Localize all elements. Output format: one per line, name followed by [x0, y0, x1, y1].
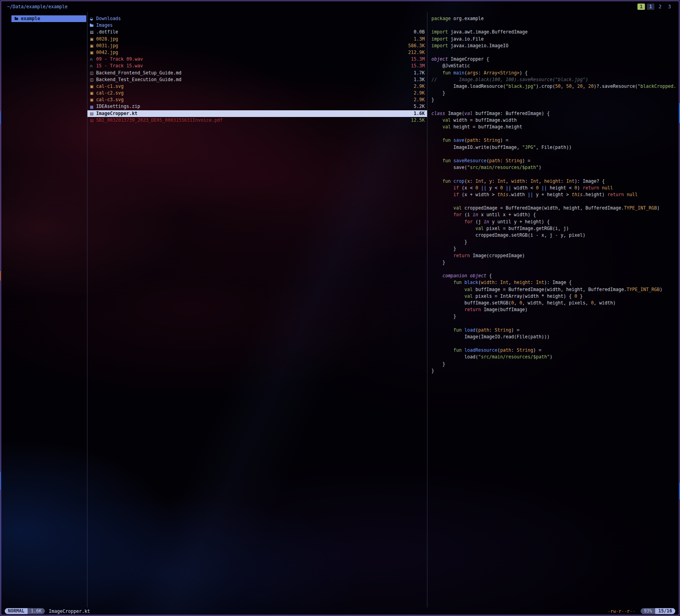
folder-icon — [90, 23, 95, 28]
terminal-window: ~/Data/example/example 1123 example ◒Dow… — [0, 0, 680, 616]
code-line: if (x < 0 || y < 0 || width < 0 || heigh… — [431, 185, 676, 191]
pdf-icon: ▤ — [90, 118, 95, 123]
file-row[interactable]: ▣0028.jpg1.3M — [87, 36, 427, 43]
file-row[interactable]: ▣0031.jpg586.3K — [87, 43, 427, 49]
code-line: load("src/main/resources/$path") — [431, 354, 676, 360]
status-bar: NORMAL 1.6K ImageCropper.kt -rw-r--r-- 9… — [1, 607, 679, 615]
file-name: 09 - Track 09.wav — [96, 56, 143, 63]
code-line: fun loadResource(path: String) = — [431, 347, 676, 354]
code-line: buffImage.setRGB(0, 0, width, height, pi… — [431, 300, 676, 306]
code-line — [431, 266, 676, 273]
file-name: Images — [96, 22, 113, 29]
current-file-name: ImageCropper.kt — [49, 609, 90, 614]
file-name: 0031.jpg — [96, 43, 118, 49]
markdown-icon: ◫ — [90, 77, 95, 82]
file-name: 0028.jpg — [96, 36, 118, 43]
code-line: val width = buffImage.width — [431, 117, 676, 124]
file-name: ImageCropper.kt — [96, 110, 137, 117]
file-row[interactable]: ▣0042.jpg212.9K — [87, 49, 427, 56]
code-line: val pixels = IntArray(width * height) { … — [431, 293, 676, 300]
code-line: fun load(path: String) = — [431, 327, 676, 334]
code-line — [431, 320, 676, 327]
audio-icon: ∩ — [90, 57, 95, 62]
code-line: class Image(val buffImage: BufferedImage… — [431, 110, 676, 117]
code-line: } — [431, 313, 676, 320]
code-line: package org.example — [431, 15, 676, 22]
code-line: fun saveResource(path: String) = — [431, 158, 676, 164]
file-icon: ▤ — [90, 30, 95, 35]
file-row[interactable]: ◒Downloads — [87, 15, 427, 22]
file-size: 1.6K — [414, 110, 425, 117]
code-line: return Image(croppedImage) — [431, 252, 676, 259]
file-row[interactable]: Images — [87, 22, 427, 29]
parent-dir-item[interactable]: example — [11, 15, 86, 22]
code-line: Image.loadResource("black.jpg").crop(50,… — [431, 83, 676, 90]
cursor-position-badge: 15/16 — [655, 608, 675, 614]
file-name: .dotfile — [96, 29, 118, 35]
file-name: Backend_Frontend_Setup_Guide.md — [96, 70, 181, 76]
image-icon: ▣ — [90, 37, 95, 42]
code-line: val height = buffImage.height — [431, 124, 676, 130]
code-line: companion object { — [431, 273, 676, 279]
code-line: fun main(args: Array<String>) { — [431, 70, 676, 76]
file-size: 0.0B — [414, 29, 425, 35]
code-line: } — [431, 96, 676, 103]
file-row[interactable]: ▣cal-c3.svg2.9K — [87, 96, 427, 103]
image-icon: ▣ — [90, 84, 95, 89]
download-icon: ◒ — [90, 16, 95, 21]
mode-pill: NORMAL 1.6K — [5, 608, 45, 614]
code-line: for (j in y until y + height) { — [431, 219, 676, 225]
preview-pane[interactable]: package org.example import java.awt.imag… — [427, 12, 679, 607]
code-line: ImageIO.write(buffImage, "JPG", File(pat… — [431, 144, 676, 151]
tab-1[interactable]: 1 — [647, 4, 654, 10]
file-row[interactable]: ▣cal-c2.svg2.9K — [87, 90, 427, 96]
file-row[interactable]: ▤SBI_0032013739_2023_DE05_0003155631Invo… — [87, 117, 427, 124]
file-row[interactable]: ▦IDEAsettings.zip5.2K — [87, 103, 427, 110]
code-line: fun black(width: Int, height: Int): Imag… — [431, 279, 676, 286]
code-line: } — [431, 239, 676, 245]
tab-3[interactable]: 3 — [666, 4, 673, 10]
image-icon: ▣ — [90, 43, 95, 48]
position-pill: 93% 15/16 — [641, 608, 675, 614]
file-row[interactable]: ▤ImageCropper.kt1.6K — [87, 110, 427, 117]
audio-icon: ∩ — [90, 63, 95, 69]
file-row[interactable]: ◫Backend_Frontend_Setup_Guide.md1.7K — [87, 70, 427, 76]
file-size: 1.3K — [414, 76, 425, 83]
file-name: Backend_Test_Execution_Guide.md — [96, 76, 181, 83]
folder-icon — [15, 16, 20, 21]
code-line: import java.awt.image.BufferedImage — [431, 29, 676, 35]
code-line: fun crop(x: Int, y: Int, width: Int, hei… — [431, 178, 676, 185]
code-line: if (x + width > this.width || y + height… — [431, 191, 676, 198]
file-size: 15.3M — [411, 56, 425, 63]
wallpaper-bleed — [0, 271, 1, 280]
tab-2[interactable]: 2 — [656, 4, 664, 10]
code-line — [431, 22, 676, 29]
code-line — [431, 130, 676, 137]
parent-pane[interactable]: example — [1, 12, 87, 607]
code-line: // Image.black(100, 100).saveResource("b… — [431, 76, 676, 83]
tab-1[interactable]: 1 — [637, 4, 645, 10]
code-line: for (i in x until x + width) { — [431, 212, 676, 218]
code-line: } — [431, 367, 676, 374]
file-row[interactable]: ∩15 - Track 15.wav15.3M — [87, 63, 427, 69]
file-row[interactable]: ▣cal-c1.svg2.9K — [87, 83, 427, 90]
file-row[interactable]: ◫Backend_Test_Execution_Guide.md1.3K — [87, 76, 427, 83]
markdown-icon: ◫ — [90, 71, 95, 76]
file-name: IDEAsettings.zip — [96, 103, 140, 110]
file-size: 1.3M — [414, 36, 425, 43]
parent-dir-label: example — [21, 15, 40, 22]
code-line — [431, 171, 676, 178]
mode-badge: NORMAL — [5, 608, 28, 614]
file-row[interactable]: ∩09 - Track 09.wav15.3M — [87, 56, 427, 63]
scroll-percent-badge: 93% — [641, 608, 655, 614]
wallpaper-bleed — [0, 472, 1, 490]
code-line: val croppedImage = BufferedImage(width, … — [431, 205, 676, 212]
file-size: 2.9K — [414, 96, 425, 103]
code-line: } — [431, 90, 676, 96]
file-list-pane[interactable]: ◒DownloadsImages▤.dotfile0.0B▣0028.jpg1.… — [87, 12, 427, 607]
code-line: import java.io.File — [431, 36, 676, 43]
file-name: 0042.jpg — [96, 49, 118, 56]
file-size: 5.2K — [414, 103, 425, 110]
image-icon: ▣ — [90, 97, 95, 102]
file-row[interactable]: ▤.dotfile0.0B — [87, 29, 427, 35]
